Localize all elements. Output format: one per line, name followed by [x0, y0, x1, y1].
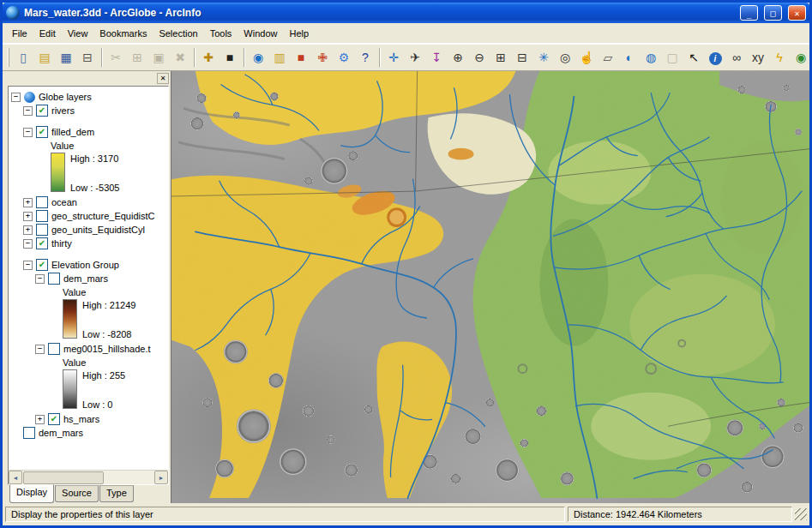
hs-mars-checkbox[interactable]: ✔ — [48, 413, 60, 425]
center-on-target-button[interactable]: ◎ — [555, 47, 575, 68]
menu-file[interactable]: File — [6, 26, 33, 41]
expander-minus-icon[interactable]: − — [23, 106, 33, 116]
expander-minus-icon[interactable]: − — [23, 128, 33, 137]
hillshade-checkbox[interactable] — [48, 343, 60, 355]
measure-button[interactable]: ▱ — [598, 47, 618, 68]
hyperlink-button[interactable]: ϟ — [769, 47, 790, 68]
expander-minus-icon[interactable]: − — [35, 274, 45, 284]
map-view[interactable] — [171, 71, 809, 503]
dem-mars-1-layer-label[interactable]: dem_mars — [63, 273, 108, 284]
ocean-checkbox[interactable] — [36, 196, 48, 208]
zoom-out-button[interactable]: ⊖ — [469, 47, 490, 68]
launch-arccatalog-button[interactable]: ▥ — [269, 47, 290, 68]
geo-structure-checkbox[interactable] — [36, 210, 48, 222]
close-button[interactable]: ✕ — [788, 5, 806, 21]
target-pin-button[interactable]: ↧ — [426, 47, 447, 68]
elevation-group-checkbox[interactable]: ✔ — [36, 259, 48, 271]
minimize-button[interactable]: _ — [740, 5, 758, 21]
navigate-mode-button[interactable]: ◍ — [641, 47, 661, 68]
cut-button[interactable]: ✂ — [105, 47, 126, 68]
whats-this-help-button[interactable]: ? — [355, 47, 376, 68]
save-button[interactable]: ▦ — [56, 47, 76, 68]
tab-source[interactable]: Source — [55, 485, 99, 502]
spin-globe-button[interactable]: ◐ — [619, 47, 640, 68]
walk-button[interactable]: ▢ — [662, 47, 683, 68]
menu-view[interactable]: View — [62, 26, 94, 41]
launch-arcscene-button[interactable]: ■ — [291, 47, 311, 68]
go-to-xy-button[interactable]: xy — [748, 47, 768, 68]
rivers-checkbox[interactable]: ✔ — [36, 105, 48, 117]
tab-display[interactable]: Display — [9, 484, 54, 503]
modelbuilder-button[interactable]: ⚙ — [334, 47, 354, 68]
toolbar-grip[interactable] — [8, 48, 9, 67]
fly-button[interactable]: ✈ — [405, 47, 425, 68]
globe-animation-button[interactable]: ◉ — [791, 47, 811, 68]
filled-dem-layer-label[interactable]: filled_dem — [51, 127, 94, 137]
thirty-layer-label[interactable]: thirty — [51, 238, 72, 249]
maximize-button[interactable]: □ — [764, 5, 782, 21]
expander-plus-icon[interactable]: + — [35, 415, 45, 424]
expander-minus-icon[interactable]: − — [35, 345, 45, 354]
expander-minus-icon[interactable]: − — [23, 239, 33, 249]
identify-button[interactable]: i — [705, 47, 725, 68]
paste-button[interactable]: ▣ — [148, 47, 169, 68]
ocean-layer-label[interactable]: ocean — [51, 197, 77, 207]
fixed-zoom-in-button[interactable]: ⊞ — [490, 47, 511, 68]
copy-button[interactable]: ⊞ — [127, 47, 147, 68]
dem-mars-2-layer-label[interactable]: dem_mars — [39, 428, 83, 438]
geo-units-checkbox[interactable] — [36, 224, 48, 236]
menu-selection[interactable]: Selection — [153, 26, 203, 41]
filled-dem-high-label: High : 3170 — [70, 153, 119, 164]
find-button[interactable]: ∞ — [726, 47, 747, 68]
toc-close-button[interactable]: ✕ — [157, 73, 169, 84]
identify-icon: i — [709, 52, 722, 65]
menu-help[interactable]: Help — [283, 26, 315, 41]
expander-plus-icon[interactable]: + — [23, 198, 33, 207]
add-data-button[interactable]: ✚ — [198, 47, 219, 68]
launch-arcmap-button[interactable]: ◉ — [248, 47, 268, 68]
dem-mars-1-checkbox[interactable] — [48, 273, 60, 285]
expander-plus-icon[interactable]: + — [23, 225, 33, 235]
menu-tools[interactable]: Tools — [204, 26, 238, 41]
tab-type[interactable]: Type — [99, 485, 134, 502]
select-elements-button[interactable]: ↖ — [683, 47, 704, 68]
delete-button[interactable]: ✖ — [170, 47, 190, 68]
expander-plus-icon[interactable]: + — [23, 212, 33, 221]
root-layer-label[interactable]: Globe layers — [39, 92, 92, 102]
menu-bookmarks[interactable]: Bookmarks — [93, 26, 153, 41]
legend-title-text: Value — [51, 141, 74, 151]
pan-button[interactable]: ☝ — [576, 47, 597, 68]
scroll-left-arrow[interactable]: ◄ — [9, 471, 22, 484]
menu-edit[interactable]: Edit — [33, 26, 62, 41]
scrollbar-track[interactable] — [22, 471, 154, 484]
expander-minus-icon[interactable]: − — [11, 93, 21, 102]
scrollbar-thumb[interactable] — [23, 471, 104, 484]
new-document-button[interactable]: ▯ — [13, 47, 33, 68]
fly-icon: ✈ — [410, 51, 420, 64]
hillshade-layer-label[interactable]: meg0015_hillshade.t — [63, 344, 151, 354]
rivers-layer-label[interactable]: rivers — [51, 105, 75, 116]
title-bar[interactable]: Mars_water.3dd - ArcGlobe - ArcInfo _ □ … — [3, 3, 809, 23]
filled-dem-checkbox[interactable]: ✔ — [36, 126, 48, 138]
geo-structure-layer-label[interactable]: geo_structure_EquidistC — [51, 211, 154, 221]
print-button[interactable]: ⊟ — [77, 47, 98, 68]
resize-grip[interactable] — [795, 508, 807, 520]
fixed-zoom-out-button[interactable]: ⊟ — [512, 47, 532, 68]
open-button[interactable]: ▤ — [34, 47, 55, 68]
toc-horizontal-scrollbar[interactable]: ◄ ► — [9, 470, 168, 484]
geo-units-layer-label[interactable]: geo_units_EquidistCyl — [51, 225, 145, 235]
hillshade-legend-title: Value — [11, 356, 168, 369]
full-extent-button[interactable]: ✳ — [533, 47, 554, 68]
save-icon: ▦ — [60, 51, 71, 64]
hs-mars-layer-label[interactable]: hs_mars — [63, 414, 99, 424]
navigate-button[interactable]: ✛ — [383, 47, 404, 68]
scroll-right-arrow[interactable]: ► — [154, 471, 168, 484]
menu-window[interactable]: Window — [238, 26, 283, 41]
dem-mars-2-checkbox[interactable] — [23, 427, 35, 439]
arctoolbox-button[interactable]: ✙ — [312, 47, 333, 68]
zoom-in-button[interactable]: ⊕ — [448, 47, 468, 68]
thirty-checkbox[interactable]: ✔ — [36, 237, 48, 249]
expander-minus-icon[interactable]: − — [23, 261, 33, 270]
elevation-group-label[interactable]: Elevation Group — [51, 260, 119, 270]
table-of-contents-button[interactable]: ■ — [220, 47, 240, 68]
